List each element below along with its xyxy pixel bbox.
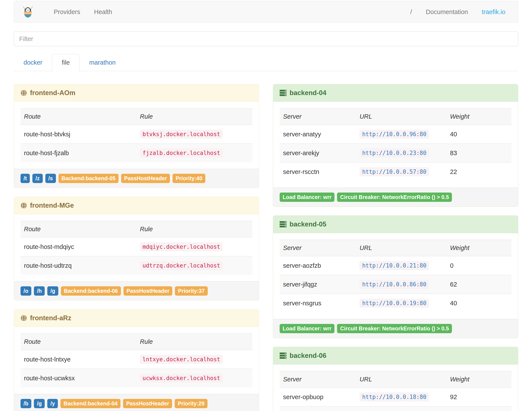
nav-link-documentation[interactable]: Documentation xyxy=(419,9,475,16)
server-name: server-aozfzb xyxy=(280,256,356,275)
frontend-panel-footer: /t /z /s Backend:backend-05 PassHostHead… xyxy=(14,169,259,188)
tab-file-link[interactable]: file xyxy=(52,54,79,71)
table-row: route-host-mdqiyc mdqiyc.docker.localhos… xyxy=(20,237,252,256)
filter-input[interactable] xyxy=(14,31,518,46)
frontend-title: frontend-AOm xyxy=(30,89,75,97)
server-url-link[interactable]: http://10.0.0.96:80 xyxy=(360,130,429,139)
tab-marathon-link[interactable]: marathon xyxy=(79,54,125,71)
content-columns: frontend-AOm Route Rule route-host-btvks… xyxy=(14,84,518,411)
server-url-link[interactable]: http://10.0.0.23:80 xyxy=(360,148,429,157)
frontend-panel-body: Route Rule route-host-btvksj btvksj.dock… xyxy=(14,102,259,169)
backend-panel-heading: backend-06 xyxy=(273,347,518,364)
server-name: server-tksmvo xyxy=(280,406,356,411)
table-row: server-rscctn http://10.0.0.57:80 22 xyxy=(280,163,512,181)
server-weight: 22 xyxy=(446,163,512,181)
provider-tabs: docker file marathon xyxy=(14,54,518,71)
route-name: route-host-lntxye xyxy=(20,350,136,369)
entrypoint-badge: /g xyxy=(34,399,45,408)
table-row: server-anatyy http://10.0.0.96:80 40 xyxy=(280,125,512,144)
server-weight: 40 xyxy=(446,125,512,144)
tab-docker-link[interactable]: docker xyxy=(14,54,52,71)
route-rule: ucwksx.docker.localhost xyxy=(140,374,223,383)
frontend-panel-heading: frontend-AOm xyxy=(14,84,259,102)
frontend-panel-heading: frontend-MGe xyxy=(14,197,259,214)
route-name: route-host-mdqiyc xyxy=(20,237,136,256)
entrypoint-badge: /g xyxy=(47,286,58,296)
panel-frontend-aRz: frontend-aRz Route Rule route-host-lntxy… xyxy=(14,309,259,411)
tab-docker[interactable]: docker xyxy=(14,54,52,71)
col-url: URL xyxy=(356,108,446,125)
backend-panel-body: Server URL Weight server-aozfzb http://1… xyxy=(273,233,518,319)
routes-table: Route Rule route-host-btvksj btvksj.dock… xyxy=(20,108,252,162)
col-server: Server xyxy=(280,108,356,125)
tab-marathon[interactable]: marathon xyxy=(79,54,125,71)
backend-panel-heading: backend-04 xyxy=(273,84,518,102)
server-url-link[interactable]: http://10.0.0.57:80 xyxy=(360,167,429,176)
server-weight: 92 xyxy=(446,388,512,406)
backend-panel-body: Server URL Weight server-anatyy http://1… xyxy=(273,102,518,187)
panel-backend-05: backend-05 Server URL Weight server-aozf… xyxy=(273,215,518,338)
backend-badge: Backend:backend-06 xyxy=(61,286,121,296)
tab-file[interactable]: file xyxy=(52,54,79,71)
route-rule: lntxye.docker.localhost xyxy=(140,355,223,364)
servers-table: Server URL Weight server-anatyy http://1… xyxy=(280,108,512,181)
server-name: server-jifqgz xyxy=(280,275,356,294)
col-rule: Rule xyxy=(136,108,252,125)
backend-panel-footer: Load Balancer: wrr Circuit Breaker: Netw… xyxy=(273,187,518,206)
backend-title: backend-05 xyxy=(290,220,326,228)
route-name: route-host-ucwksx xyxy=(20,369,136,388)
backend-title: backend-06 xyxy=(290,352,326,360)
col-route: Route xyxy=(20,221,136,237)
table-row: route-host-btvksj btvksj.docker.localhos… xyxy=(20,125,252,144)
nav-link-health[interactable]: Health xyxy=(87,9,119,16)
nav-link-slash[interactable]: / xyxy=(403,9,419,16)
server-icon xyxy=(280,221,286,227)
table-row: server-jifqgz http://10.0.0.86:80 62 xyxy=(280,275,512,294)
backend-title: backend-04 xyxy=(290,89,326,97)
priority-badge: Priority:29 xyxy=(175,399,208,408)
nav-link-providers[interactable]: Providers xyxy=(47,9,87,16)
routes-table: Route Rule route-host-lntxye lntxye.dock… xyxy=(20,333,252,387)
route-rule: udtrzq.docker.localhost xyxy=(140,261,223,270)
server-name: server-opbuop xyxy=(280,388,356,406)
backend-panel-heading: backend-05 xyxy=(273,216,518,233)
route-rule: mdqiyc.docker.localhost xyxy=(140,242,223,251)
entrypoint-badge: /o xyxy=(20,286,31,296)
traefik-logo-icon xyxy=(20,6,36,18)
col-server: Server xyxy=(280,240,356,256)
server-weight: 0 xyxy=(446,256,512,275)
frontend-panel-body: Route Rule route-host-lntxye lntxye.dock… xyxy=(14,327,259,394)
globe-icon xyxy=(20,202,27,209)
servers-table: Server URL Weight server-opbuop http://1… xyxy=(280,371,512,411)
col-route: Route xyxy=(20,334,136,350)
frontend-panel-footer: /o /h /g Backend:backend-06 PassHostHead… xyxy=(14,281,259,300)
server-icon xyxy=(280,352,286,359)
route-name: route-host-udtrzq xyxy=(20,256,136,275)
frontend-title: frontend-aRz xyxy=(30,314,71,322)
server-weight: 83 xyxy=(446,144,512,163)
entrypoint-badge: /h xyxy=(34,286,45,296)
panel-frontend-AOm: frontend-AOm Route Rule route-host-btvks… xyxy=(14,84,259,188)
nav-link-traefik-io[interactable]: traefik.io xyxy=(475,9,512,16)
frontend-panel-heading: frontend-aRz xyxy=(14,309,259,327)
panel-backend-04: backend-04 Server URL Weight server-anat… xyxy=(273,84,518,207)
server-url-link[interactable]: http://10.0.0.86:80 xyxy=(360,280,429,289)
backend-badge: Backend:backend-05 xyxy=(58,174,119,183)
circuit-breaker-badge: Circuit Breaker: NetworkErrorRatio () > … xyxy=(337,193,452,202)
server-url-link[interactable]: http://10.0.0.18:80 xyxy=(360,392,429,401)
server-weight: 40 xyxy=(446,294,512,313)
server-url-link[interactable]: http://10.0.0.19:80 xyxy=(360,299,429,308)
passhostheader-badge: PassHostHeader xyxy=(123,399,172,408)
backend-badge: Backend:backend-04 xyxy=(60,399,121,408)
server-url-link[interactable]: http://10.0.0.21:80 xyxy=(360,261,429,270)
load-balancer-badge: Load Balancer: wrr xyxy=(280,193,334,202)
backends-column: backend-04 Server URL Weight server-anat… xyxy=(273,84,518,411)
circuit-breaker-badge: Circuit Breaker: NetworkErrorRatio () > … xyxy=(337,324,452,333)
server-weight: 29 xyxy=(446,406,512,411)
panel-backend-06: backend-06 Server URL Weight server-opbu… xyxy=(273,347,518,411)
col-url: URL xyxy=(356,240,446,256)
entrypoint-badge: /y xyxy=(47,399,58,408)
col-rule: Rule xyxy=(136,221,252,237)
col-weight: Weight xyxy=(446,240,512,256)
globe-icon xyxy=(20,315,27,321)
